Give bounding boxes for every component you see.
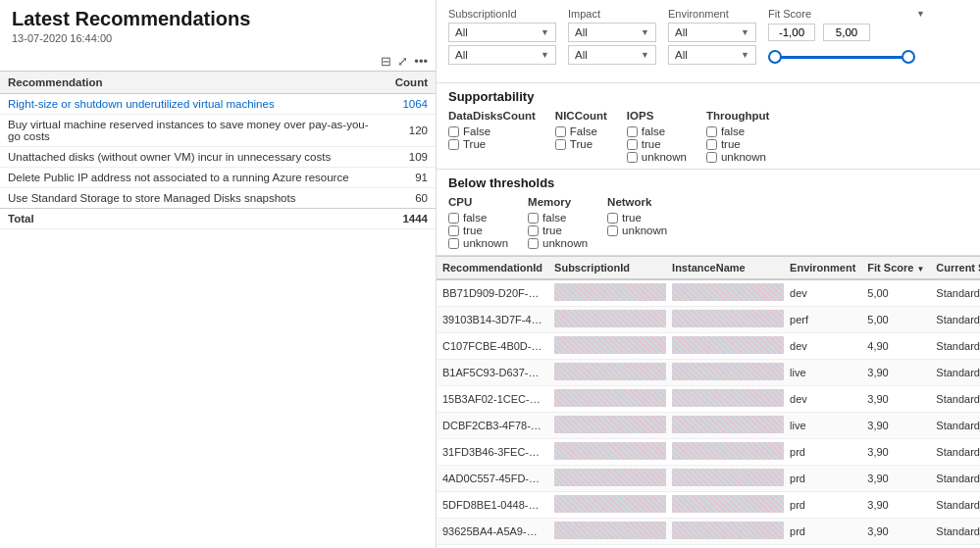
expand-icon[interactable]: ⤢ — [397, 54, 408, 69]
checkbox-item[interactable]: True — [555, 138, 607, 150]
checkbox[interactable] — [555, 126, 566, 137]
cell-current-sku: Standard_D4_v2 — [930, 466, 980, 492]
cell-id: C54C803F-BCC1-41... — [437, 545, 548, 549]
group-label: Network — [607, 196, 667, 208]
checkbox-item[interactable]: false — [627, 125, 687, 137]
noisy-cell — [554, 416, 666, 433]
cell-sub — [548, 492, 666, 519]
rec-count: 91 — [387, 168, 436, 188]
checkbox-item[interactable]: false — [706, 125, 770, 137]
chevron-down-icon-2: ▼ — [541, 50, 549, 60]
fit-score-slider[interactable] — [768, 47, 915, 67]
list-item[interactable]: Unattached disks (without owner VM) incu… — [0, 147, 436, 168]
checkbox[interactable] — [528, 238, 539, 249]
noisy-cell — [672, 469, 784, 486]
checkbox-item[interactable]: unknown — [607, 224, 667, 236]
list-item[interactable]: Right-size or shutdown underutilized vir… — [0, 94, 436, 115]
col-header[interactable]: Fit Score▼ — [861, 257, 930, 280]
supportability-groups: DataDisksCount False TrueNICCount False … — [448, 110, 968, 163]
checkbox[interactable] — [448, 213, 459, 224]
noisy-cell — [554, 363, 666, 380]
table-row: C107FCBE-4B0D-4... dev 4,90 Standard_DS2… — [437, 333, 980, 360]
cell-score: 5,00 — [861, 307, 930, 333]
list-item[interactable]: Buy virtual machine reserved instances t… — [0, 115, 436, 147]
checkbox-item[interactable]: false — [528, 212, 588, 224]
checkbox[interactable] — [627, 126, 638, 137]
col-header[interactable]: RecommendationId — [437, 257, 548, 280]
cell-score: 3,90 — [861, 492, 930, 519]
fit-score-min-input[interactable] — [768, 24, 815, 41]
checkbox[interactable] — [448, 139, 459, 150]
checkbox-item[interactable]: unknown — [448, 237, 508, 249]
checkbox-item[interactable]: True — [448, 138, 536, 150]
slider-thumb-left[interactable] — [768, 50, 782, 64]
noisy-cell — [672, 522, 784, 539]
checkbox[interactable] — [528, 225, 539, 236]
checkbox[interactable] — [627, 139, 638, 150]
table-row: B1AF5C93-D637-41... live 3,90 Standard_D… — [437, 360, 980, 386]
checkbox[interactable] — [607, 225, 618, 236]
checkbox-item[interactable]: unknown — [706, 151, 770, 163]
col-header[interactable]: InstanceName — [666, 257, 784, 280]
filter-environment-label: Environment — [668, 8, 756, 20]
rec-text: Buy virtual machine reserved instances t… — [0, 115, 387, 147]
filter-impact-all-label: All — [575, 49, 588, 61]
filter-subscriptionid-all[interactable]: All ▼ — [448, 45, 556, 65]
cell-current-sku: Standard_DS2_v2 — [930, 307, 980, 333]
checkbox[interactable] — [555, 139, 566, 150]
checkbox[interactable] — [448, 126, 459, 137]
cell-id: C107FCBE-4B0D-4... — [437, 333, 548, 360]
checkbox[interactable] — [607, 213, 618, 224]
slider-thumb-right[interactable] — [902, 50, 915, 64]
filter-environment-select[interactable]: All ▼ — [668, 23, 756, 42]
list-item[interactable]: Delete Public IP address not associated … — [0, 168, 436, 188]
checkbox-item[interactable]: true — [528, 224, 588, 236]
col-header[interactable]: Current SKU — [930, 257, 980, 280]
cell-score: 3,90 — [861, 439, 930, 466]
rec-count: 1064 — [387, 94, 436, 115]
checkbox-label: true — [463, 224, 483, 236]
cell-id: 39103B14-3D7F-43... — [437, 307, 548, 333]
cell-instance — [666, 466, 784, 492]
list-item[interactable]: Use Standard Storage to store Managed Di… — [0, 188, 436, 209]
checkbox-item[interactable]: true — [706, 138, 770, 150]
fit-score-chevron: ▼ — [916, 9, 925, 19]
checkbox-item[interactable]: true — [448, 224, 508, 236]
filter-impact-all[interactable]: All ▼ — [568, 45, 656, 65]
checkbox[interactable] — [528, 213, 539, 224]
filter-subscriptionid-select[interactable]: All ▼ — [448, 23, 556, 42]
checkbox-item[interactable]: False — [555, 125, 607, 137]
checkbox-item[interactable]: true — [607, 212, 667, 224]
cell-env: dev — [784, 386, 861, 413]
col-header[interactable]: Environment — [784, 257, 861, 280]
cell-score: 3,90 — [861, 386, 930, 413]
checkbox[interactable] — [448, 238, 459, 249]
checkbox[interactable] — [706, 152, 717, 163]
filter-subscriptionid: SubscriptionId All ▼ All ▼ — [448, 8, 556, 65]
checkbox-item[interactable]: unknown — [627, 151, 687, 163]
checkbox-item[interactable]: False — [448, 125, 536, 137]
filter-environment-all[interactable]: All ▼ — [668, 45, 756, 65]
checkbox[interactable] — [706, 139, 717, 150]
checkbox-item[interactable]: unknown — [528, 237, 588, 249]
cell-id: 93625BA4-A5A9-46... — [437, 519, 548, 545]
chevron-down-icon-4: ▼ — [641, 50, 649, 60]
checkbox-item[interactable]: false — [448, 212, 508, 224]
checkbox-label: unknown — [622, 224, 667, 236]
checkbox[interactable] — [706, 126, 717, 137]
fit-score-max-input[interactable] — [823, 24, 870, 41]
checkbox-item[interactable]: true — [627, 138, 687, 150]
filter-impact-select[interactable]: All ▼ — [568, 23, 656, 42]
checkbox[interactable] — [627, 152, 638, 163]
total-count: 1444 — [387, 209, 436, 229]
toolbar: ⊟ ⤢ ••• — [0, 52, 436, 71]
noisy-cell — [554, 469, 666, 486]
cell-id: BB71D909-D20F-44... — [437, 279, 548, 307]
checkbox-label: False — [570, 125, 597, 137]
more-icon[interactable]: ••• — [414, 54, 428, 69]
noisy-cell — [672, 283, 784, 301]
cell-sub — [548, 307, 666, 333]
checkbox[interactable] — [448, 225, 459, 236]
filter-icon[interactable]: ⊟ — [381, 54, 391, 69]
col-header[interactable]: SubscriptionId — [548, 257, 666, 280]
